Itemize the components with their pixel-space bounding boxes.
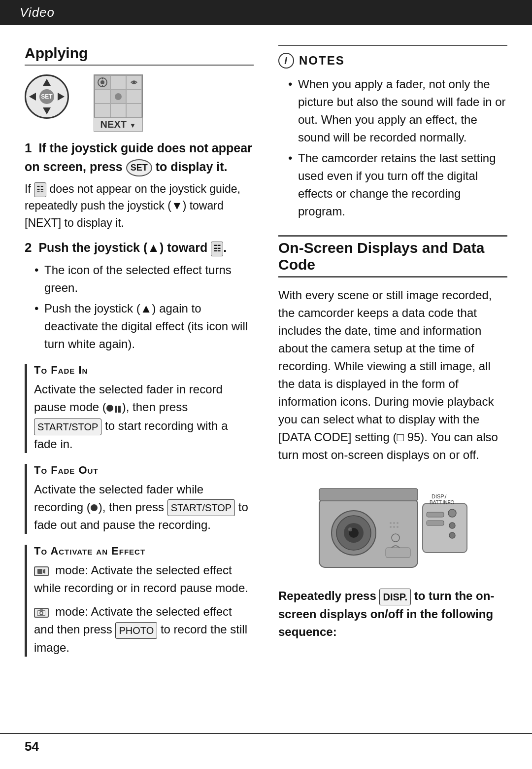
step1-body: If ☷ does not appear on the joystick gui…	[25, 180, 254, 232]
to-fade-in-title: To Fade In	[34, 364, 254, 377]
record-pause-symbol	[106, 400, 122, 414]
svg-point-27	[393, 522, 395, 524]
svg-point-20	[449, 532, 455, 538]
right-column: i Notes When you apply a fader, not only…	[278, 45, 507, 663]
step1-bold: If the joystick guide does not appear on…	[25, 141, 252, 174]
notes-list: When you apply a fader, not only the pic…	[288, 75, 507, 220]
notes-item-1: When you apply a fader, not only the pic…	[288, 75, 507, 146]
next-grid-container: NEXT ▼	[94, 74, 143, 119]
to-activate-title: To Activate an Effect	[34, 545, 254, 558]
notes-header: i Notes	[278, 53, 507, 69]
camera-illustration: DISP./ BATT.INFO	[278, 474, 507, 577]
svg-rect-22	[427, 521, 444, 525]
svg-point-4	[133, 81, 135, 84]
svg-point-30	[393, 526, 395, 528]
grid-cell-5	[110, 90, 126, 104]
step2-bold-text: Push the joystick (▲) toward	[38, 241, 207, 254]
step2-bold: Push the joystick (▲) toward ☷.	[38, 241, 227, 254]
applying-section-title: Applying	[25, 45, 254, 66]
step2-bullets: The icon of the selected effect turns gr…	[34, 261, 254, 353]
grid-cell-4	[95, 90, 110, 104]
left-column: Applying SET	[25, 45, 254, 663]
grid-cell-2	[110, 75, 126, 90]
step1-number: 1	[25, 140, 32, 155]
page-number: 54	[25, 739, 39, 754]
camera-caption-text: Repeatedly press DISP. to turn the on-sc…	[278, 589, 494, 638]
notes-section: i Notes When you apply a fader, not only…	[278, 45, 507, 220]
svg-point-15	[348, 527, 352, 531]
record-symbol	[91, 504, 98, 511]
grid-cell-6	[126, 90, 142, 104]
step1-bold2: to display it.	[156, 160, 228, 174]
grid-cell-8	[110, 104, 126, 118]
svg-point-19	[449, 523, 455, 528]
step1-block: 1 If the joystick guide does not appear …	[25, 139, 254, 231]
step2-number: 2	[25, 240, 32, 255]
still-mode-icon	[34, 608, 49, 618]
svg-marker-6	[43, 569, 45, 574]
svg-point-26	[390, 522, 392, 524]
onscreen-section-title: On-Screen Displays and Data Code	[278, 235, 507, 278]
svg-point-28	[397, 522, 399, 524]
arrow-up-icon	[43, 79, 51, 86]
svg-rect-21	[427, 512, 444, 517]
set-badge-icon: SET	[126, 159, 152, 176]
grid-cell-1	[95, 75, 110, 90]
camera-svg: DISP./ BATT.INFO	[309, 474, 477, 577]
to-fade-in-section: To Fade In Activate the selected fader i…	[25, 364, 254, 453]
arrow-right-icon	[58, 93, 65, 101]
effect-icon-inline: ☷	[34, 182, 46, 197]
svg-text:BATT.INFO: BATT.INFO	[430, 500, 455, 505]
joystick-illustration: SET	[25, 74, 254, 119]
svg-point-31	[397, 526, 399, 528]
to-activate-still-body: mode: Activate the selected effect and t…	[34, 603, 254, 657]
to-fade-out-section: To Fade Out Activate the selected fader …	[25, 464, 254, 534]
svg-rect-17	[423, 503, 467, 553]
arrow-left-icon	[29, 93, 36, 101]
next-grid-icon	[94, 74, 143, 119]
header-title: Video	[20, 5, 55, 20]
svg-point-18	[448, 509, 456, 517]
to-fade-in-body: Activate the selected fader in record pa…	[34, 381, 254, 453]
step2-bullet-2: Push the joystick (▲) again to deactivat…	[34, 300, 254, 353]
disp-btn: DISP.	[379, 589, 411, 605]
arrow-down-icon	[43, 107, 51, 114]
photo-btn: PHOTO	[115, 622, 157, 639]
notes-item-2: The camcorder retains the last setting u…	[288, 149, 507, 220]
fx-icon: ☷	[211, 242, 223, 256]
grid-cell-3	[126, 75, 142, 90]
joystick-circle-icon: SET	[25, 74, 69, 119]
camera-caption: Repeatedly press DISP. to turn the on-sc…	[278, 587, 507, 641]
notes-icon: i	[278, 53, 294, 69]
svg-point-8	[40, 612, 43, 615]
header-bar: Video	[0, 0, 532, 25]
page-footer: 54	[0, 733, 532, 759]
grid-cell-9	[126, 104, 142, 118]
step2-block: 2 Push the joystick (▲) toward ☷. The ic…	[25, 238, 254, 353]
svg-rect-25	[386, 548, 410, 558]
video-mode-icon	[34, 566, 49, 576]
to-activate-video-body: mode: Activate the selected effect while…	[34, 561, 254, 597]
svg-text:DISP./: DISP./	[432, 493, 447, 499]
onscreen-body: With every scene or still image recorded…	[278, 286, 507, 464]
to-fade-out-title: To Fade Out	[34, 464, 254, 477]
to-fade-out-body: Activate the selected fader while record…	[34, 481, 254, 534]
grid-cell-7	[95, 104, 110, 118]
joystick-set-label: SET	[39, 89, 54, 104]
step2-bullet-1: The icon of the selected effect turns gr…	[34, 261, 254, 297]
step2-text: 2 Push the joystick (▲) toward ☷.	[25, 238, 254, 257]
svg-point-1	[100, 80, 104, 84]
notes-title-text: Notes	[299, 54, 345, 68]
next-label: NEXT ▼	[94, 117, 143, 132]
start-stop-btn-1: START/STOP	[34, 419, 101, 435]
svg-rect-16	[319, 489, 418, 501]
svg-rect-5	[37, 569, 42, 574]
to-activate-section: To Activate an Effect mode: Activate the…	[25, 545, 254, 657]
start-stop-btn-2: START/STOP	[167, 499, 235, 516]
svg-point-29	[390, 526, 392, 528]
step1-text: 1 If the joystick guide does not appear …	[25, 139, 254, 176]
